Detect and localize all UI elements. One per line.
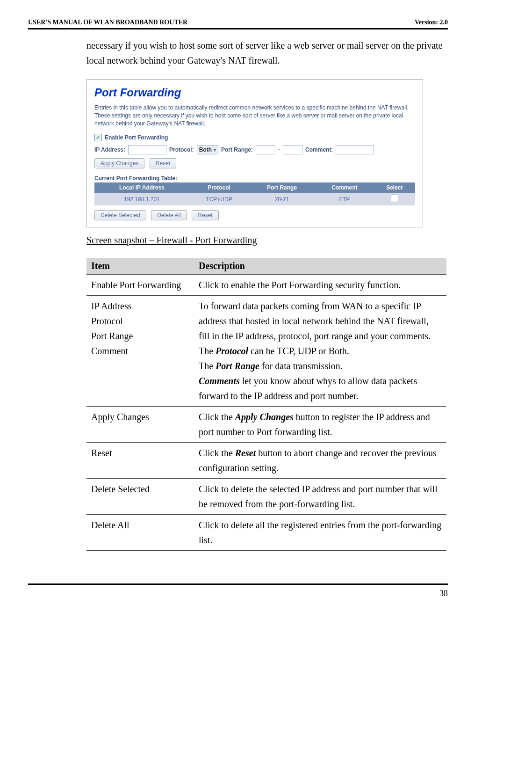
port-range-input-2[interactable] (283, 145, 302, 154)
desc-cell: Click to delete the selected IP address … (194, 479, 446, 515)
enable-checkbox[interactable]: ✓ (94, 134, 102, 141)
intro-text: necessary if you wish to host some sort … (86, 38, 448, 68)
apply-changes-button[interactable]: Apply Changes (94, 158, 144, 168)
port-range-label: Port Range: (221, 146, 253, 153)
th-description: Description (194, 258, 446, 275)
header-left: USER'S MANUAL OF WLAN BROADBAND ROUTER (28, 19, 187, 26)
th-comment: Comment (315, 182, 374, 193)
desc-cell: Click to delete all the registered entri… (194, 515, 446, 551)
table-row: Delete All Click to delete all the regis… (86, 515, 446, 551)
item-cell: Delete Selected (86, 479, 194, 515)
th-protocol: Protocol (189, 182, 249, 193)
row-select-checkbox[interactable] (391, 195, 398, 202)
protocol-label: Protocol: (169, 146, 194, 153)
delete-selected-button[interactable]: Delete Selected (94, 210, 146, 220)
table-row: Delete Selected Click to delete the sele… (86, 479, 446, 515)
description-table: Item Description Enable Port Forwarding … (86, 258, 446, 551)
forwarding-table: Local IP Address Protocol Port Range Com… (94, 182, 415, 205)
desc-cell: Click to enable the Port Forwarding secu… (194, 275, 446, 296)
table-row: Apply Changes Click the Apply Changes bu… (86, 407, 446, 443)
screenshot-caption: Screen snapshot – Firewall - Port Forwar… (86, 235, 448, 246)
protocol-select[interactable]: Both ▾ (197, 145, 218, 154)
desc-cell: To forward data packets coming from WAN … (194, 296, 446, 407)
ip-input[interactable] (128, 145, 166, 154)
table-row: 192.168.1.201 TCP+UDP 20-21 FTP (94, 193, 415, 205)
cell-ip: 192.168.1.201 (94, 193, 189, 205)
table-row: Enable Port Forwarding Click to enable t… (86, 275, 446, 296)
port-range-input-1[interactable] (256, 145, 275, 154)
th-select: Select (374, 182, 415, 193)
item-cell: IP AddressProtocolPort RangeComment (86, 296, 194, 407)
screenshot-panel: Port Forwarding Entries in this table al… (86, 79, 423, 227)
delete-all-button[interactable]: Delete All (151, 210, 187, 220)
comment-input[interactable] (336, 145, 374, 154)
ip-label: IP Address: (94, 146, 125, 153)
cell-comment: FTP (315, 193, 374, 205)
chevron-down-icon: ▾ (214, 147, 216, 153)
comment-label: Comment: (305, 146, 333, 153)
reset-button[interactable]: Reset (150, 158, 176, 168)
table-row: Reset Click the Reset button to abort ch… (86, 443, 446, 479)
cell-port: 20-21 (249, 193, 315, 205)
desc-cell: Click the Apply Changes button to regist… (194, 407, 446, 443)
dash: - (278, 146, 280, 153)
reset-button-2[interactable]: Reset (192, 210, 218, 220)
th-item: Item (86, 258, 194, 275)
header-right: Version: 2.0 (415, 19, 448, 26)
cell-protocol: TCP+UDP (189, 193, 249, 205)
th-port-range: Port Range (249, 182, 315, 193)
th-local-ip: Local IP Address (94, 182, 189, 193)
enable-label: Enable Port Forwarding (105, 134, 168, 141)
table-row: IP AddressProtocolPort RangeComment To f… (86, 296, 446, 407)
page-number: 38 (439, 589, 448, 598)
panel-description: Entries in this table allow you to autom… (94, 104, 415, 127)
protocol-value: Both (199, 146, 212, 153)
item-cell: Reset (86, 443, 194, 479)
item-cell: Apply Changes (86, 407, 194, 443)
table-title: Current Port Forwarding Table: (94, 175, 415, 182)
desc-cell: Click the Reset button to abort change a… (194, 443, 446, 479)
panel-title: Port Forwarding (94, 86, 415, 99)
item-cell: Enable Port Forwarding (86, 275, 194, 296)
item-cell: Delete All (86, 515, 194, 551)
